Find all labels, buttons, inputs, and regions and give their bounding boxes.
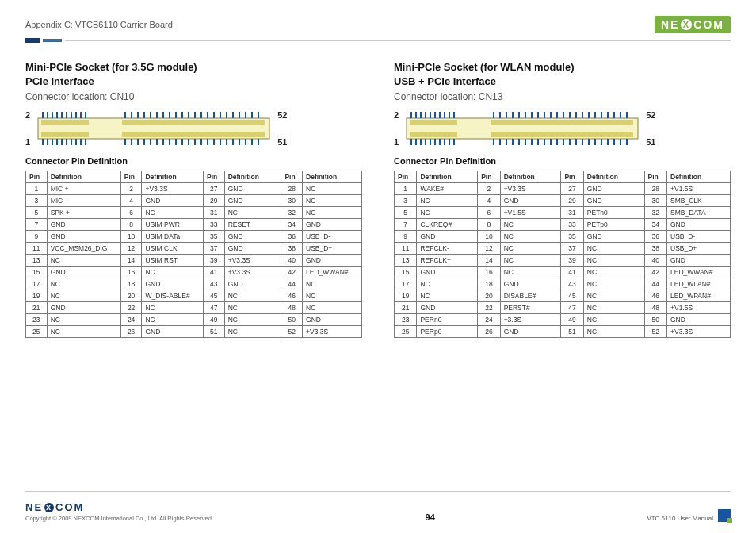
section-title-line1: Mini-PCIe Socket (for WLAN module)	[394, 61, 575, 73]
table-cell: 2	[120, 183, 142, 195]
table-cell: 6	[120, 207, 142, 219]
table-cell: 43	[204, 278, 225, 290]
table-cell: NC	[224, 290, 281, 302]
table-cell: USIM CLK	[142, 243, 204, 255]
table-cell: 24	[120, 314, 142, 326]
connector-location-right: Connector location: CN13	[394, 91, 731, 102]
chip-labels-left-end: 52 51	[277, 110, 287, 147]
table-cell: 36	[281, 231, 303, 243]
footer-rule	[25, 491, 731, 492]
embed-icon	[718, 509, 731, 522]
column-right: Mini-PCIe Socket (for WLAN module) USB +…	[394, 60, 731, 491]
table-cell: NC	[142, 314, 204, 326]
table-cell: 1	[26, 183, 48, 195]
table-cell: GND	[667, 255, 731, 266]
chip-label-br: 51	[646, 137, 655, 147]
table-cell: USB_D+	[667, 243, 731, 255]
table-cell: 18	[120, 278, 142, 290]
table-cell: 7	[395, 219, 417, 231]
chip-labels-right-end: 52 51	[646, 110, 655, 147]
table-header: Definition	[142, 171, 204, 183]
table-cell: NC	[142, 266, 204, 278]
table-row: 17NC18GND43GND44NC	[26, 278, 362, 290]
table-cell: 49	[561, 314, 583, 326]
chip-label-tl: 2	[25, 110, 30, 120]
table-header: Definition	[417, 171, 478, 183]
table-cell: 26	[478, 326, 500, 338]
column-left: Mini-PCIe Socket (for 3.5G module) PCIe …	[25, 60, 362, 491]
table-cell: +V3.3S	[224, 255, 281, 266]
table-cell: 34	[644, 219, 666, 231]
table-row: 23NC24NC49NC50GND	[26, 314, 362, 326]
table-cell: 33	[204, 219, 225, 231]
page-number: 94	[426, 512, 435, 522]
table-cell: 20	[120, 290, 142, 302]
table-cell: NC	[142, 302, 204, 314]
page: Appendix C: VTCB6110 Carrier Board NE X …	[0, 0, 756, 533]
table-cell: 8	[120, 219, 142, 231]
table-cell: 15	[26, 266, 48, 278]
table-cell: 16	[120, 266, 142, 278]
table-cell: PERn0	[417, 314, 478, 326]
svg-rect-2	[122, 120, 265, 125]
table-cell: NC	[583, 290, 644, 302]
table-cell: SPK +	[47, 207, 120, 219]
table-cell: GND	[47, 231, 120, 243]
pin-table-left: PinDefinitionPinDefinitionPinDefinitionP…	[25, 171, 362, 338]
table-cell: 2	[478, 183, 500, 195]
table-cell: 46	[281, 290, 303, 302]
table-cell: 11	[26, 243, 48, 255]
table-cell: LED_WLAN#	[667, 278, 731, 290]
table-cell: 14	[478, 255, 500, 266]
footer-block: NE X COM Copyright © 2009 NEXCOM Interna…	[25, 491, 731, 522]
table-cell: GND	[500, 278, 561, 290]
table-cell: 22	[120, 302, 142, 314]
table-cell: 44	[281, 278, 303, 290]
table-row: 5SPK +6NC31NC32NC	[26, 207, 362, 219]
brand-text-right: COM	[55, 501, 84, 513]
table-cell: 52	[644, 326, 666, 338]
footer-right: VTC 6110 User Manual	[647, 509, 731, 522]
table-cell: 10	[478, 231, 500, 243]
table-cell: 21	[26, 302, 48, 314]
table-cell: +V3.3S	[303, 326, 362, 338]
table-cell: LED_WWAN#	[667, 266, 731, 278]
brand-text-right: COM	[693, 18, 724, 31]
table-cell: PETp0	[583, 219, 644, 231]
table-cell: RESET	[224, 219, 281, 231]
table-cell: DISABLE#	[500, 290, 561, 302]
table-cell: NC	[303, 195, 362, 207]
table-cell: GND	[303, 314, 362, 326]
table-cell: +V1.5S	[667, 302, 731, 314]
table-cell: 25	[395, 326, 417, 338]
table-row: 13REFCLK+14NC39NC40GND	[395, 255, 731, 266]
table-row: 1MIC +2+V3.3S27GND28NC	[26, 183, 362, 195]
table-cell: 35	[204, 231, 225, 243]
table-cell: GND	[417, 231, 478, 243]
table-cell: 41	[204, 266, 225, 278]
table-cell: CLKREQ#	[417, 219, 478, 231]
table-cell: 19	[395, 290, 417, 302]
table-cell: 15	[395, 266, 417, 278]
table-row: 17NC18GND43NC44LED_WLAN#	[395, 278, 731, 290]
table-cell: 9	[395, 231, 417, 243]
table-cell: NC	[500, 255, 561, 266]
table-cell: 8	[478, 219, 500, 231]
table-cell: 13	[395, 255, 417, 266]
chip-label-bl: 1	[25, 137, 30, 147]
table-cell: 6	[478, 207, 500, 219]
table-header: Definition	[500, 171, 561, 183]
table-cell: USB_D-	[303, 231, 362, 243]
table-cell: 24	[478, 314, 500, 326]
table-cell: +V3.3S	[224, 266, 281, 278]
table-cell: NC	[500, 266, 561, 278]
table-cell: NC	[303, 183, 362, 195]
table-cell: GND	[583, 195, 644, 207]
table-cell: 17	[395, 278, 417, 290]
table-cell: 47	[561, 302, 583, 314]
table-cell: 4	[478, 195, 500, 207]
table-row: 7GND8USIM PWR33RESET34GND	[26, 219, 362, 231]
table-cell: 31	[204, 207, 225, 219]
table-cell: GND	[142, 195, 204, 207]
table-cell: NC	[583, 302, 644, 314]
